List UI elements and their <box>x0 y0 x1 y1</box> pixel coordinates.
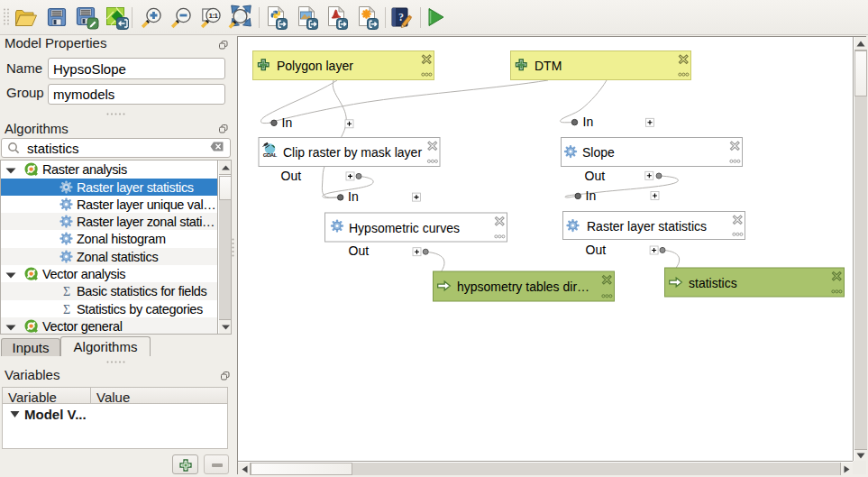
svg-text:Raster layer statistics: Raster layer statistics <box>587 219 707 234</box>
svg-text:Out: Out <box>349 243 370 258</box>
svg-text:Σ: Σ <box>63 285 70 298</box>
svg-text:DTM: DTM <box>535 59 562 73</box>
svg-text:Hypsometric curves: Hypsometric curves <box>349 221 460 235</box>
svg-text:?: ? <box>398 11 404 23</box>
svg-text:In: In <box>282 115 293 130</box>
svg-text:Polygon layer: Polygon layer <box>277 59 353 73</box>
svg-text:In: In <box>583 115 594 129</box>
svg-text:Out: Out <box>586 243 607 257</box>
svg-text:In: In <box>586 188 597 203</box>
svg-text:1:1: 1:1 <box>208 12 218 20</box>
svg-text:Σ: Σ <box>63 303 70 316</box>
svg-text:hypsometry tables dir…: hypsometry tables dir… <box>457 280 589 294</box>
svg-text:statistics: statistics <box>689 276 737 290</box>
svg-text:In: In <box>348 189 359 204</box>
svg-text:Clip raster by mask layer: Clip raster by mask layer <box>283 145 422 160</box>
svg-text:Slope: Slope <box>582 145 615 160</box>
svg-text:Out: Out <box>585 169 606 183</box>
svg-text:Out: Out <box>281 169 302 183</box>
